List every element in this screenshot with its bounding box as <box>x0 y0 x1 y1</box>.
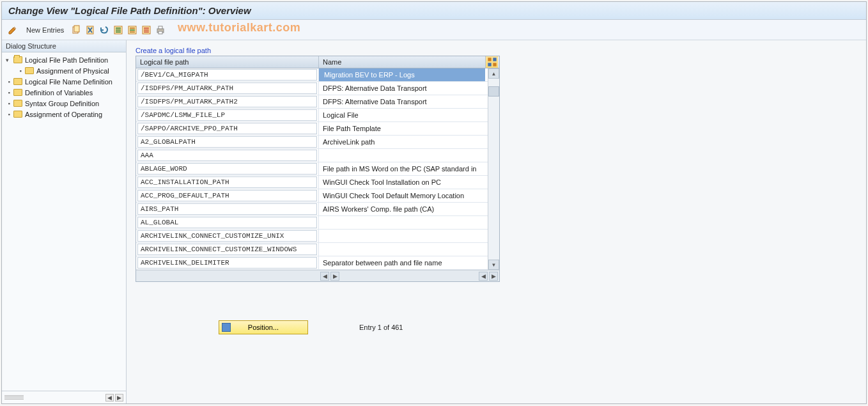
svg-rect-7 <box>116 29 121 31</box>
svg-rect-16 <box>144 31 149 33</box>
tree-item-0[interactable]: ▾Logical File Path Definition <box>3 54 125 65</box>
tree-item-label: Assignment of Operating <box>25 111 102 118</box>
sidebar-footer: ◀ ▶ <box>2 391 126 403</box>
cell-name <box>319 149 485 162</box>
hscroll-left-icon[interactable]: ◀ <box>320 272 329 281</box>
table-row[interactable]: Migration BEV to ERP - Logs <box>136 68 488 82</box>
scroll-down-icon[interactable]: ▼ <box>488 260 499 270</box>
folder-closed-icon <box>13 100 22 107</box>
position-icon <box>222 323 231 332</box>
horizontal-scrollbar: ◀ ▶ ◀ ▶ <box>136 270 499 281</box>
logical-file-path-input[interactable] <box>137 96 317 107</box>
table-row[interactable]: WinGUI Check Tool Installation on PC <box>136 176 488 189</box>
table-row[interactable]: File Path Template <box>136 122 488 136</box>
toggle-edit-icon[interactable] <box>7 24 19 36</box>
column-header-name[interactable]: Name <box>319 56 485 68</box>
name-value: DFPS: Alternative Data Transport <box>323 98 427 105</box>
drag-handle-icon[interactable] <box>4 395 24 400</box>
tree-item-4[interactable]: ▪Syntax Group Definition <box>3 98 125 109</box>
logical-file-path-input[interactable] <box>137 69 317 81</box>
column-header-logical-file-path[interactable]: Logical file path <box>136 56 319 68</box>
cell-logical-file-path <box>136 203 319 215</box>
scroll-thumb[interactable] <box>488 86 499 97</box>
select-all-icon[interactable] <box>112 24 124 36</box>
cell-logical-file-path <box>136 95 319 108</box>
table-row[interactable]: Logical File <box>136 109 488 122</box>
cell-logical-file-path <box>136 176 319 189</box>
scroll-track[interactable] <box>488 79 499 260</box>
table-row[interactable]: DFPS: Alternative Data Transport <box>136 82 488 95</box>
scroll-up-icon[interactable]: ▲ <box>488 68 499 79</box>
tree-item-2[interactable]: ▪Logical File Name Definition <box>3 76 125 87</box>
logical-file-path-input[interactable] <box>137 257 317 269</box>
table-row[interactable] <box>136 149 488 162</box>
table-row[interactable]: AIRS Workers' Comp. file path (CA) <box>136 203 488 216</box>
logical-file-path-input[interactable] <box>137 230 317 242</box>
new-entries-button[interactable]: New Entries <box>22 25 68 35</box>
hscroll-right-icon[interactable]: ▶ <box>330 272 339 281</box>
table-row[interactable]: File path in MS Word on the PC (SAP stan… <box>136 162 488 176</box>
sidebar-scroll-right-icon[interactable]: ▶ <box>115 394 123 402</box>
tree-item-label: Syntax Group Definition <box>25 100 99 107</box>
cell-logical-file-path <box>136 230 319 242</box>
logical-file-path-input[interactable] <box>137 109 317 121</box>
svg-rect-22 <box>488 63 491 66</box>
cell-name: AIRS Workers' Comp. file path (CA) <box>319 203 485 215</box>
logical-file-path-input[interactable] <box>137 136 317 148</box>
delete-icon[interactable] <box>84 24 96 36</box>
hscroll-right-end-icon[interactable]: ▶ <box>489 272 498 281</box>
hscroll-left-end-icon[interactable]: ◀ <box>479 272 488 281</box>
cell-name <box>319 230 485 242</box>
name-value: ArchiveLink path <box>323 138 375 146</box>
cell-name: Separator between path and file name <box>319 256 485 269</box>
cell-name: Logical File <box>319 109 485 121</box>
logical-file-path-input[interactable] <box>137 123 317 134</box>
svg-rect-20 <box>488 58 491 61</box>
position-row: Position... Entry 1 of 461 <box>136 320 857 334</box>
deselect-all-icon[interactable] <box>141 24 152 36</box>
sidebar-scroll-left-icon[interactable]: ◀ <box>105 394 114 402</box>
copy-icon[interactable] <box>70 24 82 36</box>
cell-logical-file-path <box>136 149 319 162</box>
cell-name: File path in MS Word on the PC (SAP stan… <box>319 162 485 175</box>
svg-rect-18 <box>159 26 162 29</box>
undo-icon[interactable] <box>98 24 110 36</box>
tree-item-3[interactable]: ▪Definition of Variables <box>3 87 125 98</box>
table-row[interactable]: DFPS: Alternative Data Transport <box>136 95 488 109</box>
name-value: AIRS Workers' Comp. file path (CA) <box>323 205 434 213</box>
vertical-scrollbar[interactable]: ▲ ▼ <box>488 68 499 270</box>
cell-name: DFPS: Alternative Data Transport <box>319 95 485 108</box>
table-settings-icon[interactable] <box>485 56 498 68</box>
tree-bullet-icon: ▪ <box>6 79 12 85</box>
logical-file-path-input[interactable] <box>137 176 317 188</box>
logical-file-path-input[interactable] <box>137 244 317 255</box>
print-icon[interactable] <box>155 24 166 36</box>
tree-bullet-icon: ▪ <box>6 100 12 107</box>
logical-file-path-input[interactable] <box>137 190 317 201</box>
tree-item-1[interactable]: ▪Assignment of Physical <box>3 65 125 76</box>
table-row[interactable] <box>136 243 488 256</box>
table-row[interactable]: WinGUI Check Tool Default Memory Locatio… <box>136 189 488 203</box>
table-row[interactable]: Separator between path and file name <box>136 256 488 270</box>
svg-rect-19 <box>159 31 162 34</box>
svg-rect-23 <box>493 63 496 66</box>
cell-logical-file-path <box>136 68 319 81</box>
logical-file-path-input[interactable] <box>137 150 317 161</box>
logical-file-path-input[interactable] <box>137 217 317 228</box>
position-button[interactable]: Position... <box>219 320 308 334</box>
table-row[interactable] <box>136 216 488 230</box>
logical-file-path-input[interactable] <box>137 203 317 215</box>
cell-name: Migration BEV to ERP - Logs <box>319 68 485 81</box>
logical-file-path-input[interactable] <box>137 82 317 94</box>
logical-file-path-input[interactable] <box>137 163 317 175</box>
folder-closed-icon <box>13 89 22 96</box>
create-logical-file-path-link[interactable]: Create a logical file path <box>136 47 857 54</box>
select-block-icon[interactable] <box>127 24 138 36</box>
svg-rect-21 <box>493 58 496 61</box>
svg-rect-14 <box>144 27 149 29</box>
name-value: DFPS: Alternative Data Transport <box>323 84 427 92</box>
table-row[interactable]: ArchiveLink path <box>136 136 488 149</box>
tree-item-5[interactable]: ▪Assignment of Operating <box>3 109 125 120</box>
table-row[interactable] <box>136 230 488 243</box>
cell-name: ArchiveLink path <box>319 136 485 148</box>
